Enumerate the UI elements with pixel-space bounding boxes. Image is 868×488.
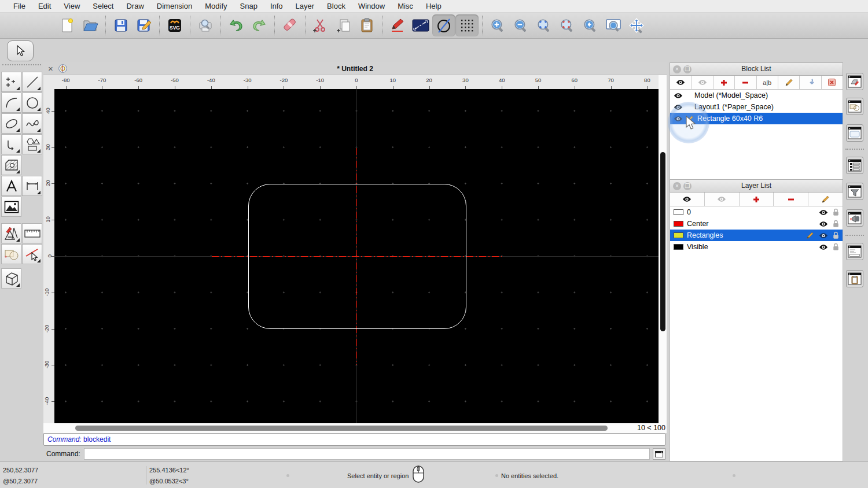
undo-button[interactable] xyxy=(225,14,248,36)
save-button[interactable] xyxy=(109,14,133,36)
edit-button[interactable] xyxy=(386,14,409,36)
add-layer-button[interactable] xyxy=(740,193,774,206)
zoom-redraw-button[interactable] xyxy=(556,14,579,36)
cut-button[interactable] xyxy=(309,14,332,36)
auto-zoom-button[interactable] xyxy=(532,14,556,36)
menu-draw[interactable]: Draw xyxy=(120,2,150,10)
menu-select[interactable]: Select xyxy=(86,2,120,10)
pan-button[interactable] xyxy=(625,14,648,36)
save-as-button[interactable] xyxy=(133,14,156,36)
block-visibility-icon[interactable] xyxy=(674,104,683,110)
layer-visibility-icon[interactable] xyxy=(819,244,828,250)
menu-view[interactable]: View xyxy=(57,2,86,10)
svg-export-button[interactable]: SVG xyxy=(163,14,186,36)
rounded-rectangle-entity[interactable] xyxy=(248,184,466,329)
layer-row-0[interactable]: 0 xyxy=(670,206,843,218)
menu-layer[interactable]: Layer xyxy=(289,2,321,10)
horizontal-scrollbar-thumb[interactable] xyxy=(75,426,608,431)
clipboard-panel-toggle[interactable] xyxy=(846,270,863,287)
menu-info[interactable]: Info xyxy=(264,2,289,10)
grid-button[interactable] xyxy=(455,14,479,36)
previous-view-button[interactable] xyxy=(579,14,602,36)
selection-filter-panel-toggle[interactable] xyxy=(846,183,863,200)
edit-block-button[interactable] xyxy=(778,76,800,89)
redo-button[interactable] xyxy=(248,14,271,36)
vertical-scrollbar-thumb[interactable] xyxy=(660,152,665,331)
block-row-model[interactable]: Model (*Model_Space) xyxy=(670,90,843,101)
menu-window[interactable]: Window xyxy=(352,2,391,10)
layer-row-rectangles[interactable]: Rectangles xyxy=(670,230,843,241)
polyline-tool-button[interactable] xyxy=(1,134,21,154)
layer-lock-icon[interactable] xyxy=(833,220,839,228)
menu-block[interactable]: Block xyxy=(321,2,352,10)
add-block-button[interactable] xyxy=(713,76,735,89)
block-list-panel-toggle[interactable] xyxy=(846,73,863,90)
layer-row-center[interactable]: Center xyxy=(670,218,843,230)
vertical-scrollbar[interactable] xyxy=(659,75,667,423)
layer-lock-icon[interactable] xyxy=(833,243,839,251)
command-window-toggle-button[interactable] xyxy=(653,448,665,460)
hatch-tool-button[interactable] xyxy=(1,155,21,175)
view-panel-toggle[interactable] xyxy=(846,209,863,227)
dimension-tool-button[interactable] xyxy=(22,176,42,196)
horizontal-scrollbar[interactable]: 10 < 100 xyxy=(43,423,667,433)
select-entity-tool-button[interactable] xyxy=(22,244,42,264)
block-visibility-icon[interactable] xyxy=(674,116,683,122)
menu-dimension[interactable]: Dimension xyxy=(150,2,198,10)
layer-list-close-button[interactable]: × xyxy=(673,182,681,190)
block-list-float-button[interactable]: ❐ xyxy=(683,65,692,73)
image-tool-button[interactable] xyxy=(1,197,21,217)
solid-tool-button[interactable] xyxy=(1,268,21,289)
block-visibility-icon[interactable] xyxy=(674,93,683,99)
menu-modify[interactable]: Modify xyxy=(198,2,233,10)
menu-edit[interactable]: Edit xyxy=(32,2,57,10)
paste-button[interactable] xyxy=(355,14,378,36)
print-preview-button[interactable] xyxy=(194,14,217,36)
command-line-panel-toggle[interactable] xyxy=(846,243,863,260)
edit-layer-button[interactable] xyxy=(808,193,843,206)
drawing-canvas[interactable] xyxy=(54,89,659,423)
document-close-button[interactable]: × xyxy=(48,64,53,74)
block-list-close-button[interactable]: × xyxy=(673,65,681,73)
arc-tool-button[interactable] xyxy=(1,93,21,113)
menu-file[interactable]: File xyxy=(7,2,32,10)
command-input[interactable] xyxy=(84,448,650,460)
measure-tool-button[interactable] xyxy=(22,223,42,243)
remove-block-button[interactable] xyxy=(735,76,756,89)
measure-distance-button[interactable] xyxy=(409,14,432,36)
menu-help[interactable]: Help xyxy=(420,2,448,10)
modify-tool-button[interactable] xyxy=(1,223,21,243)
show-all-blocks-button[interactable] xyxy=(670,76,692,89)
new-document-button[interactable] xyxy=(56,14,79,36)
circle-tool-button[interactable] xyxy=(22,93,42,113)
hide-all-layers-button[interactable] xyxy=(705,193,740,206)
menu-misc[interactable]: Misc xyxy=(391,2,420,10)
draft-mode-button[interactable] xyxy=(432,14,455,36)
palette-handle[interactable] xyxy=(2,64,41,69)
rename-block-button[interactable]: a|b xyxy=(757,76,778,89)
spline-tool-button[interactable] xyxy=(22,113,42,134)
copy-button[interactable] xyxy=(332,14,355,36)
layer-list-panel-toggle[interactable] xyxy=(846,157,863,174)
block-tool-button[interactable] xyxy=(1,244,21,264)
remove-layer-button[interactable] xyxy=(774,193,808,206)
remove-all-blocks-button[interactable] xyxy=(822,76,843,89)
point-tool-button[interactable] xyxy=(1,72,21,92)
layer-list-float-button[interactable]: ❐ xyxy=(683,182,692,190)
shape-tool-button[interactable] xyxy=(22,134,42,154)
layer-visibility-icon[interactable] xyxy=(819,221,828,227)
selection-pointer-button[interactable] xyxy=(7,40,34,61)
line-tool-button[interactable] xyxy=(22,72,42,92)
library-browser-panel-toggle[interactable] xyxy=(846,98,863,115)
insert-block-button[interactable] xyxy=(800,76,821,89)
layer-lock-icon[interactable] xyxy=(833,208,839,216)
zoom-out-button[interactable] xyxy=(509,14,532,36)
ellipse-tool-button[interactable] xyxy=(1,113,21,134)
layer-lock-icon[interactable] xyxy=(833,231,839,239)
hide-all-blocks-button[interactable] xyxy=(692,76,713,89)
open-button[interactable] xyxy=(79,14,102,36)
zoom-in-button[interactable] xyxy=(486,14,509,36)
layer-row-visible[interactable]: Visible xyxy=(670,241,843,253)
layer-visibility-icon[interactable] xyxy=(819,209,828,216)
delete-button[interactable] xyxy=(278,14,301,36)
